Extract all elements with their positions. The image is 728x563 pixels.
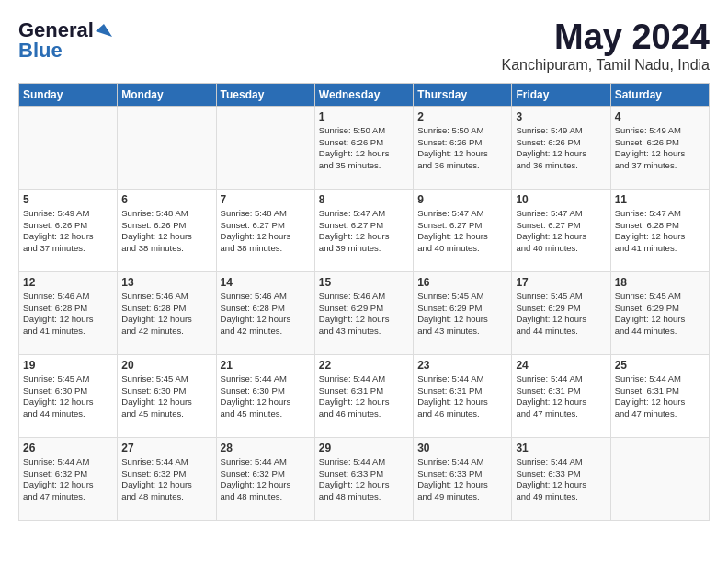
calendar-cell: 24Sunrise: 5:44 AM Sunset: 6:31 PM Dayli… — [512, 354, 610, 437]
day-info: Sunrise: 5:44 AM Sunset: 6:33 PM Dayligh… — [319, 456, 409, 503]
day-info: Sunrise: 5:44 AM Sunset: 6:33 PM Dayligh… — [516, 456, 606, 503]
day-number: 2 — [417, 110, 507, 123]
day-number: 8 — [319, 193, 409, 206]
calendar-week-row: 5Sunrise: 5:49 AM Sunset: 6:26 PM Daylig… — [19, 189, 710, 271]
day-info: Sunrise: 5:44 AM Sunset: 6:31 PM Dayligh… — [615, 373, 705, 420]
day-number: 28 — [221, 442, 311, 454]
day-number: 4 — [615, 110, 705, 123]
calendar-cell: 25Sunrise: 5:44 AM Sunset: 6:31 PM Dayli… — [610, 354, 709, 437]
logo-bird-icon — [96, 22, 112, 39]
month-title: May 2024 — [502, 18, 711, 57]
calendar-cell: 27Sunrise: 5:44 AM Sunset: 6:32 PM Dayli… — [118, 437, 216, 520]
day-info: Sunrise: 5:47 AM Sunset: 6:27 PM Dayligh… — [417, 208, 507, 255]
day-info: Sunrise: 5:48 AM Sunset: 6:27 PM Dayligh… — [221, 208, 311, 255]
calendar-cell: 4Sunrise: 5:49 AM Sunset: 6:26 PM Daylig… — [610, 106, 709, 189]
day-info: Sunrise: 5:45 AM Sunset: 6:29 PM Dayligh… — [516, 291, 606, 338]
calendar-cell: 3Sunrise: 5:49 AM Sunset: 6:26 PM Daylig… — [512, 106, 610, 189]
calendar-cell — [118, 106, 216, 189]
day-info: Sunrise: 5:49 AM Sunset: 6:26 PM Dayligh… — [516, 125, 606, 172]
day-number: 17 — [516, 276, 606, 289]
logo: General Blue — [18, 18, 112, 63]
day-info: Sunrise: 5:44 AM Sunset: 6:32 PM Dayligh… — [23, 456, 113, 503]
day-number: 14 — [221, 276, 311, 289]
calendar-cell: 12Sunrise: 5:46 AM Sunset: 6:28 PM Dayli… — [19, 271, 118, 354]
calendar-cell: 11Sunrise: 5:47 AM Sunset: 6:28 PM Dayli… — [610, 189, 709, 271]
day-number: 27 — [121, 442, 211, 454]
day-number: 21 — [221, 359, 311, 372]
day-number: 20 — [121, 359, 211, 372]
day-number: 3 — [516, 110, 606, 123]
calendar-cell: 15Sunrise: 5:46 AM Sunset: 6:29 PM Dayli… — [314, 271, 413, 354]
day-number: 1 — [319, 110, 409, 123]
day-number: 31 — [516, 442, 606, 454]
day-info: Sunrise: 5:47 AM Sunset: 6:27 PM Dayligh… — [516, 208, 606, 255]
header-monday: Monday — [118, 83, 216, 106]
calendar-cell: 9Sunrise: 5:47 AM Sunset: 6:27 PM Daylig… — [414, 189, 512, 271]
calendar-cell: 29Sunrise: 5:44 AM Sunset: 6:33 PM Dayli… — [314, 437, 413, 520]
day-info: Sunrise: 5:45 AM Sunset: 6:29 PM Dayligh… — [417, 291, 507, 338]
header-wednesday: Wednesday — [314, 83, 413, 106]
calendar-cell: 6Sunrise: 5:48 AM Sunset: 6:26 PM Daylig… — [118, 189, 216, 271]
calendar-cell: 17Sunrise: 5:45 AM Sunset: 6:29 PM Dayli… — [512, 271, 610, 354]
calendar-week-row: 19Sunrise: 5:45 AM Sunset: 6:30 PM Dayli… — [19, 354, 710, 437]
calendar-cell: 1Sunrise: 5:50 AM Sunset: 6:26 PM Daylig… — [314, 106, 413, 189]
calendar-cell: 7Sunrise: 5:48 AM Sunset: 6:27 PM Daylig… — [216, 189, 314, 271]
day-info: Sunrise: 5:49 AM Sunset: 6:26 PM Dayligh… — [23, 208, 113, 255]
day-info: Sunrise: 5:49 AM Sunset: 6:26 PM Dayligh… — [615, 125, 705, 172]
day-number: 26 — [23, 442, 113, 454]
day-info: Sunrise: 5:45 AM Sunset: 6:29 PM Dayligh… — [615, 291, 705, 338]
day-info: Sunrise: 5:44 AM Sunset: 6:30 PM Dayligh… — [221, 373, 311, 420]
day-number: 13 — [121, 276, 211, 289]
day-info: Sunrise: 5:44 AM Sunset: 6:32 PM Dayligh… — [221, 456, 311, 503]
day-info: Sunrise: 5:46 AM Sunset: 6:28 PM Dayligh… — [23, 291, 113, 338]
day-number: 9 — [417, 193, 507, 206]
calendar-cell: 10Sunrise: 5:47 AM Sunset: 6:27 PM Dayli… — [512, 189, 610, 271]
day-number: 23 — [417, 359, 507, 372]
header-tuesday: Tuesday — [216, 83, 314, 106]
day-info: Sunrise: 5:50 AM Sunset: 6:26 PM Dayligh… — [319, 125, 409, 172]
day-info: Sunrise: 5:44 AM Sunset: 6:32 PM Dayligh… — [121, 456, 211, 503]
day-info: Sunrise: 5:46 AM Sunset: 6:28 PM Dayligh… — [121, 291, 211, 338]
day-info: Sunrise: 5:46 AM Sunset: 6:28 PM Dayligh… — [221, 291, 311, 338]
calendar-cell: 22Sunrise: 5:44 AM Sunset: 6:31 PM Dayli… — [314, 354, 413, 437]
calendar-cell — [216, 106, 314, 189]
calendar-week-row: 1Sunrise: 5:50 AM Sunset: 6:26 PM Daylig… — [19, 106, 710, 189]
page-header: General Blue May 2024 Kanchipuram, Tamil… — [18, 18, 710, 74]
day-number: 18 — [615, 276, 705, 289]
day-info: Sunrise: 5:46 AM Sunset: 6:29 PM Dayligh… — [319, 291, 409, 338]
day-info: Sunrise: 5:47 AM Sunset: 6:28 PM Dayligh… — [615, 208, 705, 255]
day-number: 10 — [516, 193, 606, 206]
day-info: Sunrise: 5:45 AM Sunset: 6:30 PM Dayligh… — [23, 373, 113, 420]
day-number: 19 — [23, 359, 113, 372]
day-info: Sunrise: 5:47 AM Sunset: 6:27 PM Dayligh… — [319, 208, 409, 255]
day-number: 30 — [417, 442, 507, 454]
calendar-cell: 8Sunrise: 5:47 AM Sunset: 6:27 PM Daylig… — [314, 189, 413, 271]
day-number: 15 — [319, 276, 409, 289]
day-number: 25 — [615, 359, 705, 372]
day-number: 6 — [121, 193, 211, 206]
day-info: Sunrise: 5:48 AM Sunset: 6:26 PM Dayligh… — [121, 208, 211, 255]
day-info: Sunrise: 5:44 AM Sunset: 6:33 PM Dayligh… — [417, 456, 507, 503]
day-number: 7 — [221, 193, 311, 206]
calendar-cell: 13Sunrise: 5:46 AM Sunset: 6:28 PM Dayli… — [118, 271, 216, 354]
calendar-cell: 18Sunrise: 5:45 AM Sunset: 6:29 PM Dayli… — [610, 271, 709, 354]
title-block: May 2024 Kanchipuram, Tamil Nadu, India — [502, 18, 711, 74]
day-number: 22 — [319, 359, 409, 372]
calendar-cell: 20Sunrise: 5:45 AM Sunset: 6:30 PM Dayli… — [118, 354, 216, 437]
day-info: Sunrise: 5:44 AM Sunset: 6:31 PM Dayligh… — [417, 373, 507, 420]
day-number: 16 — [417, 276, 507, 289]
calendar-cell: 21Sunrise: 5:44 AM Sunset: 6:30 PM Dayli… — [216, 354, 314, 437]
day-number: 5 — [23, 193, 113, 206]
calendar-cell: 30Sunrise: 5:44 AM Sunset: 6:33 PM Dayli… — [414, 437, 512, 520]
calendar-table: SundayMondayTuesdayWednesdayThursdayFrid… — [18, 83, 710, 521]
day-info: Sunrise: 5:45 AM Sunset: 6:30 PM Dayligh… — [121, 373, 211, 420]
calendar-cell: 19Sunrise: 5:45 AM Sunset: 6:30 PM Dayli… — [19, 354, 118, 437]
calendar-cell: 14Sunrise: 5:46 AM Sunset: 6:28 PM Dayli… — [216, 271, 314, 354]
header-thursday: Thursday — [414, 83, 512, 106]
calendar-cell: 2Sunrise: 5:50 AM Sunset: 6:26 PM Daylig… — [414, 106, 512, 189]
calendar-week-row: 26Sunrise: 5:44 AM Sunset: 6:32 PM Dayli… — [19, 437, 710, 520]
logo-blue-text: Blue — [18, 39, 63, 63]
day-info: Sunrise: 5:44 AM Sunset: 6:31 PM Dayligh… — [516, 373, 606, 420]
day-number: 29 — [319, 442, 409, 454]
svg-marker-0 — [96, 24, 112, 37]
